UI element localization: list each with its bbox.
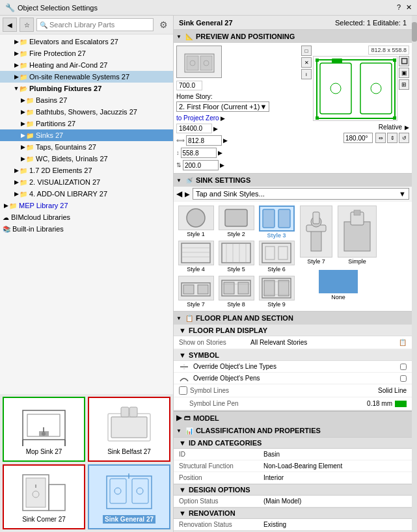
renovation-header[interactable]: ▼ RENOVATION	[174, 507, 412, 519]
relative-arrow[interactable]: ▶	[405, 124, 409, 131]
tree-item-fire[interactable]: ▶ Fire Protection 27	[0, 47, 173, 59]
sink-settings-header[interactable]: ▼ 🚿 SINK SETTINGS	[174, 174, 412, 187]
tree-item-mep[interactable]: ▶ MEP Library 27	[0, 200, 173, 211]
tree-item-2d[interactable]: ▶ 1.7 2D Elements 27	[0, 165, 173, 176]
tree-toggle[interactable]: ▶	[20, 120, 26, 127]
search-input[interactable]	[49, 21, 150, 29]
design-options-header[interactable]: ▼ DESIGN OPTIONS	[174, 484, 412, 496]
help-button[interactable]: ?	[397, 3, 401, 12]
model-section-header[interactable]: ▶ 🗃 MODEL	[174, 411, 412, 424]
style-3[interactable]: Style 3	[257, 204, 296, 238]
tree-item-plumbing[interactable]: ▼ Plumbing Fixtures 27	[0, 83, 173, 94]
preview-3d-thumb[interactable]	[176, 46, 222, 78]
tree-toggle[interactable]: ▶	[20, 132, 26, 139]
section-toggle-floor[interactable]: ▼	[176, 315, 182, 321]
tree-toggle[interactable]: ▶	[13, 179, 20, 185]
thumb-general-sink[interactable]: Sink General 27	[88, 464, 170, 529]
tree-toggle[interactable]: ▶	[13, 167, 20, 174]
close-button[interactable]: ✕	[406, 3, 412, 12]
style-4[interactable]: Style 4	[176, 239, 215, 273]
z-dim-arrow[interactable]: ▶	[220, 162, 224, 168]
tree-toggle[interactable]: ▶	[20, 97, 26, 103]
override-line-checkbox[interactable]	[400, 364, 407, 370]
style-1[interactable]: Style 1	[176, 204, 215, 238]
tree-toggle[interactable]: ▼	[13, 85, 20, 92]
thumb-corner-sink[interactable]: Sink Corner 27	[3, 464, 85, 529]
view-tool-3[interactable]: i	[301, 69, 312, 79]
style-7-sm[interactable]: Style 7	[176, 274, 215, 308]
angle-input[interactable]	[343, 133, 373, 143]
tree-toggle[interactable]: ▶	[13, 191, 20, 197]
elevation-arrow[interactable]: ▶	[213, 126, 218, 132]
scrollbar[interactable]	[412, 16, 417, 532]
nav-back-button[interactable]: ◀	[3, 18, 17, 32]
y-dim-arrow[interactable]: ▶	[218, 150, 222, 156]
view-tool-2[interactable]: ✕	[301, 57, 312, 68]
pen-color-swatch[interactable]	[395, 401, 407, 407]
flip-h-btn[interactable]: ⇔	[375, 133, 386, 143]
tree-item-taps[interactable]: ▶ Taps, Fountains 27	[0, 141, 173, 153]
section-toggle-sink[interactable]: ▼	[176, 178, 182, 183]
style-none[interactable]: None	[299, 269, 378, 302]
tree-toggle[interactable]: ▶	[20, 109, 26, 115]
tree-item-partitions[interactable]: ▶ Partitions 27	[0, 118, 173, 129]
tree-toggle[interactable]: ▶	[13, 50, 20, 57]
id-toggle[interactable]: ▼	[179, 439, 186, 447]
floor-display-header[interactable]: ▼ FLOOR PLAN DISPLAY	[174, 325, 412, 336]
tree-toggle[interactable]: ▶	[20, 155, 26, 162]
style-7-large[interactable]: Style 7	[299, 204, 334, 266]
tree-item-bimcloud[interactable]: ☁ BIMcloud Libraries	[0, 211, 173, 223]
flip-v-btn[interactable]: ⇕	[387, 133, 397, 143]
design-toggle[interactable]: ▼	[179, 486, 186, 494]
elevation-input[interactable]: 18400.0	[176, 124, 212, 133]
tree-item-visualization[interactable]: ▶ 2. VISUALIZATION 27	[0, 176, 173, 188]
id-categories-header[interactable]: ▼ ID AND CATEGORIES	[174, 437, 412, 449]
scrollbar-thumb[interactable]	[412, 22, 417, 42]
override-pens-checkbox[interactable]	[400, 375, 407, 382]
tree-item-elevators[interactable]: ▶ Elevators and Escalators 27	[0, 36, 173, 47]
thumb-belfast-sink[interactable]: Sink Belfast 27	[88, 397, 170, 462]
zoom-tool-2[interactable]: ▣	[399, 68, 409, 78]
floor-plan-header[interactable]: ▼ 📋 FLOOR PLAN AND SECTION	[174, 312, 412, 325]
model-toggle[interactable]: ▶	[176, 414, 182, 422]
tree-item-heating[interactable]: ▶ Heating and Air-Cond 27	[0, 59, 173, 71]
style-2[interactable]: Style 2	[217, 204, 256, 238]
star-button[interactable]: ☆	[20, 18, 34, 32]
zoom-tool-1[interactable]: 🔲	[399, 56, 409, 66]
tree-toggle[interactable]: ▶	[13, 62, 20, 68]
tree-toggle[interactable]: ▶	[20, 144, 26, 150]
classification-header[interactable]: ▼ 📊 CLASSIFICATION AND PROPERTIES	[174, 424, 412, 437]
renovation-toggle[interactable]: ▼	[179, 509, 186, 517]
home-story-dropdown[interactable]: 2. First Floor (Current +1) ▼	[176, 101, 269, 112]
tree-toggle[interactable]: ▶	[3, 202, 9, 209]
style-6[interactable]: Style 6	[257, 239, 296, 273]
style-simple[interactable]: Simple	[336, 204, 378, 266]
symbol-header[interactable]: ▼ SYMBOL	[174, 349, 412, 361]
tree-item-wc[interactable]: ▶ WC, Bidets, Urinals 27	[0, 153, 173, 165]
view-tool-1[interactable]: □	[301, 46, 312, 56]
thumb-mop-sink[interactable]: Mop Sink 27	[3, 397, 85, 462]
tap-sink-dropdown[interactable]: Tap and Sink Styles... ▼	[193, 188, 409, 200]
section-toggle-classification[interactable]: ▼	[176, 428, 182, 434]
to-project-arrow[interactable]: ▶	[221, 115, 225, 122]
style-5[interactable]: Style 5	[217, 239, 256, 273]
symbol-toggle[interactable]: ▼	[179, 351, 186, 359]
tree-item-addon[interactable]: ▶ 4. ADD-ON LIBRARY 27	[0, 188, 173, 200]
floor-display-toggle[interactable]: ▼	[179, 326, 186, 334]
tree-item-bathtubs[interactable]: ▶ Bathtubs, Showers, Jacuzzis 27	[0, 106, 173, 118]
play-icon[interactable]: ▶	[185, 191, 190, 198]
y-dim-input[interactable]	[181, 148, 217, 158]
to-project-btn[interactable]: to Project Zero	[176, 114, 219, 122]
symbol-lines-checkbox[interactable]	[179, 386, 187, 395]
zoom-tool-3[interactable]: ⊞	[399, 79, 409, 90]
tree-item-builtin[interactable]: 📚 Built-in Libraries	[0, 223, 173, 235]
tree-item-sinks[interactable]: ▶ 📁 Sinks 27	[0, 129, 173, 141]
tree-item-basins[interactable]: ▶ Basins 27	[0, 94, 173, 106]
tree-toggle[interactable]: ▶	[13, 38, 20, 45]
show-stories-icon[interactable]: 📋	[399, 339, 407, 346]
z-dim-input[interactable]	[183, 160, 219, 170]
preview-section-header[interactable]: ▼ 📐 PREVIEW AND POSITIONING	[174, 30, 412, 43]
x-dim-arrow[interactable]: ▶	[223, 137, 228, 144]
x-dim-input[interactable]	[186, 135, 222, 146]
section-toggle-preview[interactable]: ▼	[176, 34, 182, 40]
